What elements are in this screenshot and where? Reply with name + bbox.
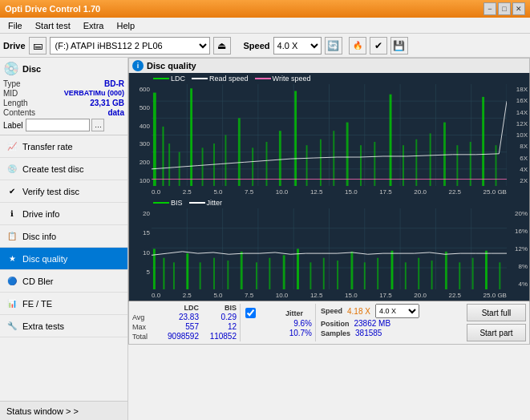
disc-mid-value: VERBATIMu (000): [64, 89, 124, 98]
svg-rect-64: [269, 258, 270, 289]
sidebar-item-extra-tests[interactable]: 🔧 Extra tests: [0, 315, 127, 337]
svg-rect-34: [390, 95, 392, 186]
jitter-checkbox[interactable]: [245, 308, 256, 318]
chart1-legend: LDC Read speed Write speed: [153, 75, 310, 83]
sidebar-item-drive-info[interactable]: ℹ Drive info: [0, 203, 127, 225]
sidebar-item-transfer-rate[interactable]: 📈 Transfer rate: [0, 135, 127, 158]
sidebar-item-label: Extra tests: [22, 321, 64, 331]
sidebar-item-cd-bler[interactable]: 🔵 CD Bler: [0, 270, 127, 293]
x-label-12-5: 12.5: [310, 188, 323, 196]
svg-rect-22: [225, 135, 226, 187]
ldc-chart: LDC Read speed Write speed 600 500 400 3…: [128, 73, 530, 197]
x-label-7-5: 7.5: [245, 188, 253, 196]
disc-type-label: Type: [3, 79, 21, 88]
drive-label: Drive: [3, 41, 26, 50]
speed-stats-section: Speed 4.18 X 4.0 X Position 23862 MB Sam…: [315, 304, 419, 341]
read-speed-legend-item: Read speed: [192, 75, 249, 83]
start-full-button[interactable]: Start full: [467, 304, 526, 321]
menu-file[interactable]: File: [3, 19, 27, 32]
y-label-14x: 14X: [507, 109, 529, 116]
drive-icon-btn[interactable]: 🖴: [29, 37, 47, 55]
svg-rect-74: [405, 262, 407, 289]
y-label-500: 500: [129, 104, 152, 111]
disc-quality-header: i Disc quality: [128, 58, 530, 73]
y-label-10x: 10X: [507, 131, 529, 139]
menu-start-test[interactable]: Start test: [30, 19, 75, 32]
drive-info-icon: ℹ: [6, 208, 18, 220]
sidebar-item-fe-te[interactable]: 📊 FE / TE: [0, 293, 127, 315]
svg-rect-37: [430, 133, 431, 186]
close-button[interactable]: ✕: [512, 2, 525, 15]
verify-test-disc-icon: ✔: [6, 186, 18, 197]
start-part-button[interactable]: Start part: [467, 324, 526, 341]
svg-rect-73: [391, 251, 394, 289]
position-value: 23862 MB: [354, 319, 391, 328]
y2-label-15: 15: [129, 229, 152, 236]
y2-label-12pct: 12%: [507, 245, 529, 252]
title-controls: − □ ✕: [483, 2, 525, 15]
svg-rect-80: [485, 251, 488, 289]
disc-length-label: Length: [3, 99, 28, 107]
y-label-200: 200: [129, 159, 152, 166]
speed-select-dropdown[interactable]: 4.0 X: [375, 304, 419, 318]
x-label-22-5: 22.5: [448, 188, 461, 196]
action-buttons-section: Start full Start part: [467, 304, 526, 341]
speed-icon-btn[interactable]: 🔄: [325, 37, 342, 55]
x-label-0: 0.0: [152, 188, 160, 196]
save-button[interactable]: 💾: [390, 37, 408, 55]
disc-panel: 💿 Disc Type BD-R MID VERBATIMu (000) Len…: [0, 58, 127, 135]
read-speed-legend-text: Read speed: [209, 75, 249, 83]
bis-legend-item: BIS: [153, 199, 183, 207]
y2-label-20pct: 20%: [507, 210, 529, 217]
sidebar-item-disc-info[interactable]: 📋 Disc info: [0, 225, 127, 248]
sidebar-item-verify-test-disc[interactable]: ✔ Verify test disc: [0, 180, 127, 203]
y-label-4x: 4X: [507, 166, 529, 173]
eject-button[interactable]: ⏏: [213, 37, 231, 55]
read-speed-legend-color: [192, 78, 208, 79]
disc-info-icon: 📋: [6, 231, 18, 242]
y-label-12x: 12X: [507, 120, 529, 127]
maximize-button[interactable]: □: [498, 2, 511, 15]
menu-help[interactable]: Help: [111, 19, 140, 32]
status-window-button[interactable]: Status window > >: [0, 401, 127, 420]
sidebar-item-disc-quality[interactable]: ★ Disc quality: [0, 248, 127, 270]
extra-tests-icon: 🔧: [6, 321, 18, 332]
verify-button[interactable]: ✔: [370, 37, 387, 55]
menu-bar: File Start test Extra Help: [0, 18, 530, 34]
jitter-legend-item: Jitter: [189, 199, 223, 207]
svg-rect-16: [162, 127, 164, 186]
burn-button[interactable]: 🔥: [349, 37, 366, 55]
cd-bler-icon: 🔵: [6, 276, 18, 287]
avg-label: Avg: [132, 313, 153, 321]
minimize-button[interactable]: −: [483, 2, 496, 15]
x2-label-7-5: 7.5: [245, 292, 253, 299]
speed-select[interactable]: 4.0 X: [273, 37, 322, 55]
write-speed-legend-color: [255, 78, 271, 79]
svg-rect-70: [350, 252, 353, 289]
svg-rect-15: [153, 93, 156, 186]
write-speed-legend-item: Write speed: [255, 75, 311, 83]
svg-rect-31: [346, 123, 349, 186]
samples-value: 381585: [355, 329, 382, 337]
svg-rect-38: [443, 123, 446, 186]
samples-row: Samples 381585: [321, 329, 419, 337]
disc-label-row: Label …: [3, 119, 124, 131]
chart1-svg: [152, 84, 507, 186]
y2-label-4pct: 4%: [507, 281, 529, 288]
svg-rect-24: [252, 147, 253, 186]
total-label: Total: [132, 333, 153, 341]
stats-section: LDC BIS Avg 23.83 0.29 Max 557 12 Total …: [128, 301, 530, 345]
disc-label-input[interactable]: [26, 119, 90, 131]
sidebar-item-create-test-disc[interactable]: 💿 Create test disc: [0, 158, 127, 180]
ldc-legend-item: LDC: [153, 75, 185, 83]
menu-extra[interactable]: Extra: [79, 19, 109, 32]
total-bis-value: 110852: [200, 332, 237, 341]
x2-label-12-5: 12.5: [310, 292, 323, 299]
label-browse-button[interactable]: …: [91, 119, 104, 131]
svg-rect-65: [283, 255, 285, 289]
ldc-legend-color: [153, 78, 169, 79]
drive-select[interactable]: (F:) ATAPI iHBS112 2 PL06: [50, 37, 210, 55]
avg-bis-value: 0.29: [200, 313, 237, 321]
ldc-legend-text: LDC: [171, 75, 185, 83]
chart1-x-labels: 0.0 2.5 5.0 7.5 10.0 12.5 15.0 17.5 20.0…: [152, 188, 507, 196]
